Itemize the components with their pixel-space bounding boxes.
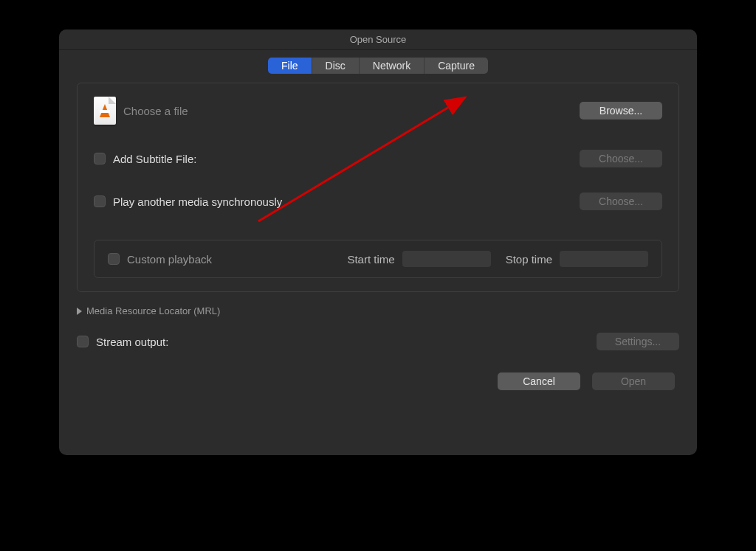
mrl-label: Media Resource Locator (MRL)	[86, 305, 220, 316]
custom-playback-label: Custom playback	[127, 253, 212, 266]
subtitle-choose-button[interactable]: Choose...	[580, 150, 662, 167]
subtitle-label: Add Subtitle File:	[113, 153, 196, 165]
browse-button[interactable]: Browse...	[580, 102, 662, 119]
titlebar: Open Source	[59, 30, 697, 50]
open-button[interactable]: Open	[592, 372, 675, 390]
stop-time-input[interactable]	[560, 251, 648, 267]
vlc-file-icon	[94, 97, 116, 125]
stop-time-label: Stop time	[506, 253, 552, 266]
stream-output-label: Stream output:	[96, 336, 168, 348]
choose-file-row: Choose a file Browse...	[94, 97, 662, 125]
open-source-window: Open Source File Disc Network Capture Ch…	[59, 30, 697, 455]
custom-playback-inset: Custom playback Start time Stop time	[94, 240, 662, 278]
sync-media-label: Play another media synchronously	[113, 195, 282, 208]
dialog-footer: Cancel Open	[77, 372, 679, 390]
stream-settings-button[interactable]: Settings...	[597, 333, 679, 350]
sync-media-checkbox[interactable]	[94, 195, 106, 207]
sync-media-row: Play another media synchronously Choose.…	[94, 193, 662, 210]
subtitle-checkbox[interactable]	[94, 153, 106, 164]
stream-output-row: Stream output: Settings...	[77, 333, 679, 350]
disclosure-triangle-icon	[77, 308, 82, 315]
start-time-input[interactable]	[402, 251, 491, 267]
tab-file[interactable]: File	[268, 58, 312, 74]
choose-file-placeholder: Choose a file	[123, 105, 188, 117]
file-panel: Choose a file Browse... Add Subtitle Fil…	[77, 83, 679, 292]
window-title: Open Source	[350, 34, 407, 45]
subtitle-row: Add Subtitle File: Choose...	[94, 150, 662, 167]
tab-disc[interactable]: Disc	[312, 58, 359, 74]
tab-capture[interactable]: Capture	[424, 58, 488, 74]
tab-network[interactable]: Network	[359, 58, 424, 74]
sync-media-choose-button[interactable]: Choose...	[580, 193, 662, 210]
source-tabs: File Disc Network Capture	[77, 58, 679, 74]
custom-playback-checkbox[interactable]	[108, 253, 120, 265]
content-area: File Disc Network Capture Choose a file …	[59, 58, 697, 390]
mrl-disclosure[interactable]: Media Resource Locator (MRL)	[77, 305, 679, 316]
cancel-button[interactable]: Cancel	[498, 372, 580, 390]
start-time-label: Start time	[347, 253, 394, 266]
stream-output-checkbox[interactable]	[77, 336, 89, 347]
